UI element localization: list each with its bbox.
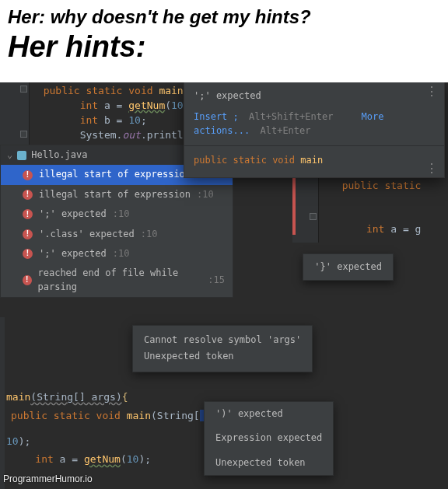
tooltip-row: Expression expected — [205, 426, 333, 450]
number: 10 — [171, 100, 184, 111]
error-tooltip-bottom: ')' expected Expression expected Unexpec… — [204, 401, 334, 476]
method-call: getNum — [128, 100, 165, 111]
tooltip-text: '}' expected — [314, 261, 382, 272]
error-message: ';' expected — [39, 208, 107, 221]
error-message: reached end of file while parsing — [38, 267, 202, 294]
fold-marker[interactable] — [20, 131, 27, 138]
more-icon[interactable]: ⋮ — [425, 165, 438, 173]
hint-preview: public static void main — [184, 146, 444, 176]
ide-area: public static void main(String[] args){ … — [0, 82, 448, 489]
error-icon: ! — [23, 229, 33, 239]
hint-actions: Insert ; Alt+Shift+Enter More actions...… — [184, 107, 444, 145]
chevron-down-icon[interactable]: ⌄ — [7, 148, 12, 162]
number: 10 — [128, 114, 141, 126]
error-location: :15 — [208, 274, 225, 287]
more-icon[interactable]: ⋮ — [425, 88, 438, 96]
error-tooltip-brace: '}' expected — [303, 253, 394, 281]
keyword: int — [80, 100, 98, 111]
watermark: ProgrammerHumor.io — [3, 473, 93, 486]
error-message: illegal start of expression — [39, 188, 191, 201]
problems-error-row[interactable]: !illegal start of expression:10 — [1, 185, 233, 204]
error-icon: ! — [23, 190, 33, 200]
meme-caption: Her: why doesn't he get my hints? Her hi… — [0, 0, 448, 67]
intention-hint-popup[interactable]: ⋮ ';' expected Insert ; Alt+Shift+Enter … — [184, 82, 445, 178]
caption-line-1: Her: why doesn't he get my hints? — [8, 6, 440, 29]
tooltip-row: Unexpected token — [144, 348, 301, 365]
error-message: ';' expected — [39, 247, 107, 260]
tooltip-row: ')' expected — [205, 402, 333, 426]
error-message: '.class' expected — [39, 228, 135, 241]
error-location: :10 — [197, 188, 214, 201]
file-name: Hello.java — [31, 148, 87, 162]
error-icon: ! — [23, 170, 33, 180]
error-location: :10 — [113, 208, 130, 221]
fold-marker[interactable] — [310, 213, 317, 220]
keyword: int — [80, 114, 98, 126]
shortcut-label: Alt+Enter — [260, 125, 310, 136]
editor-gutter — [0, 82, 30, 145]
problems-error-row[interactable]: !reached end of file while parsing:15 — [1, 264, 233, 297]
problems-error-row[interactable]: !';' expected:10 — [1, 244, 233, 264]
shortcut-label: Alt+Shift+Enter — [249, 111, 333, 122]
problems-error-row[interactable]: !'.class' expected:10 — [1, 225, 233, 244]
keyword: public static void — [44, 85, 153, 96]
java-file-icon — [17, 151, 26, 160]
problems-error-row[interactable]: !';' expected:10 — [1, 204, 233, 224]
error-tooltip-args: Cannot resolve symbol 'args' Unexpected … — [132, 325, 313, 372]
fold-marker[interactable] — [20, 86, 27, 93]
tooltip-row: Unexpected token — [205, 451, 333, 475]
caption-line-2: Her hints: — [8, 30, 440, 65]
method-name: main — [159, 85, 183, 96]
error-location: :10 — [113, 247, 130, 260]
error-icon: ! — [23, 209, 33, 219]
error-location: :10 — [141, 228, 158, 241]
insert-fix-link[interactable]: Insert ; — [194, 111, 239, 122]
error-icon: ! — [23, 249, 33, 259]
tooltip-row: Cannot resolve symbol 'args' — [144, 332, 301, 348]
hint-message: ';' expected — [184, 82, 444, 107]
error-icon: ! — [23, 275, 32, 285]
error-message: illegal start of expression — [39, 168, 191, 181]
